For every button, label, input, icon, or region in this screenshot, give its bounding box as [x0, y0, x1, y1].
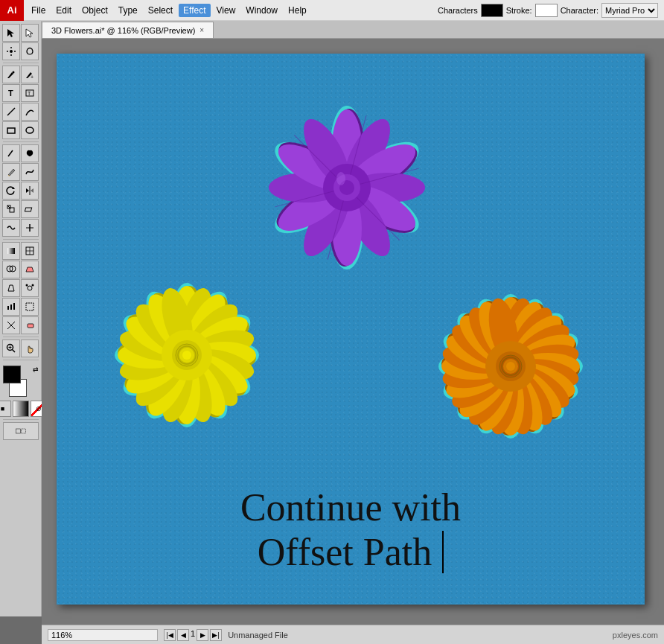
- color-mode-button[interactable]: ■: [0, 401, 11, 417]
- toolbar: + T T: [0, 21, 42, 616]
- tool-row-2: [2, 42, 39, 60]
- reflect-tool[interactable]: [21, 182, 39, 200]
- last-page-button[interactable]: ▶|: [210, 629, 222, 641]
- width-tool[interactable]: [21, 219, 39, 237]
- paintbrush-tool[interactable]: [2, 144, 20, 162]
- svg-marker-18: [31, 188, 33, 193]
- first-page-button[interactable]: |◀: [164, 629, 176, 641]
- menu-object[interactable]: Object: [77, 4, 112, 17]
- svg-point-80: [336, 172, 345, 185]
- artwork-text: Continue with Offset Path: [153, 485, 548, 575]
- pen-tool[interactable]: [2, 66, 20, 83]
- screen-mode-button[interactable]: [3, 422, 39, 440]
- lasso-tool[interactable]: [21, 42, 39, 60]
- line-tool[interactable]: [2, 103, 20, 121]
- svg-marker-17: [26, 188, 29, 193]
- prev-page-button[interactable]: ◀: [177, 629, 189, 641]
- svg-point-32: [26, 284, 28, 287]
- rectangle-tool[interactable]: [2, 121, 20, 139]
- svg-rect-13: [7, 128, 15, 133]
- selection-tool[interactable]: [2, 24, 20, 42]
- live-paint-tool[interactable]: [21, 261, 39, 278]
- tool-row-11: [2, 219, 39, 237]
- purple-flower[interactable]: [258, 98, 436, 277]
- svg-rect-34: [7, 306, 9, 310]
- warp-tool[interactable]: [2, 219, 20, 237]
- menubar-right: Characters Stroke: Character: Myriad Pro: [438, 3, 664, 18]
- divider-6: [3, 419, 39, 420]
- tab-close-button[interactable]: ×: [199, 26, 204, 34]
- menu-file[interactable]: File: [27, 4, 50, 17]
- divider-2: [3, 141, 39, 142]
- menu-view[interactable]: View: [212, 4, 240, 17]
- rotate-tool[interactable]: [2, 182, 20, 200]
- swap-colors-icon[interactable]: ⇄: [33, 366, 39, 373]
- area-type-tool[interactable]: T: [21, 84, 39, 102]
- divider-3: [3, 239, 39, 240]
- add-anchor-tool[interactable]: +: [21, 66, 39, 83]
- direct-selection-tool[interactable]: [21, 24, 39, 42]
- page-navigation: |◀ ◀ 1 ▶ ▶|: [164, 629, 222, 641]
- menu-help[interactable]: Help: [284, 4, 311, 17]
- yellow-flower[interactable]: [101, 270, 272, 441]
- zoom-tool[interactable]: [2, 339, 20, 357]
- pencil-tool[interactable]: [2, 163, 20, 181]
- tool-row-15: [2, 298, 39, 316]
- gradient-tool[interactable]: [2, 242, 20, 260]
- svg-line-40: [13, 350, 16, 353]
- menu-type[interactable]: Type: [114, 4, 142, 17]
- tool-row-8: [2, 163, 39, 181]
- status-bar: |◀ ◀ 1 ▶ ▶| Unmanaged File pxleyes.com: [42, 625, 664, 644]
- canvas-area[interactable]: path: [42, 39, 664, 625]
- tool-row-6: [2, 121, 39, 139]
- blob-brush-tool[interactable]: [21, 144, 39, 162]
- foreground-color-swatch[interactable]: [3, 366, 21, 383]
- slice-tool[interactable]: [2, 316, 20, 334]
- font-selector[interactable]: Myriad Pro: [601, 3, 658, 18]
- tool-row-14: [2, 279, 39, 297]
- ellipse-tool[interactable]: [21, 121, 39, 139]
- bar-graph-tool[interactable]: [2, 298, 20, 316]
- tool-row-16: [2, 316, 39, 334]
- characters-label: Characters: [438, 6, 478, 15]
- tool-row-9: [2, 182, 39, 200]
- smooth-tool[interactable]: [21, 163, 39, 181]
- text-line2: Offset Path: [258, 531, 432, 573]
- scale-tool[interactable]: [2, 200, 20, 218]
- zoom-input[interactable]: [48, 629, 158, 641]
- document-tab[interactable]: 3D Flowers.ai* @ 116% (RGB/Preview) ×: [42, 22, 214, 38]
- fill-color-swatch[interactable]: [481, 4, 503, 17]
- type-tool[interactable]: T: [2, 84, 20, 102]
- arc-tool[interactable]: [21, 103, 39, 121]
- file-status: Unmanaged File: [228, 631, 288, 640]
- tab-label: 3D Flowers.ai* @ 116% (RGB/Preview): [51, 26, 195, 35]
- menu-select[interactable]: Select: [144, 4, 177, 17]
- orange-flower[interactable]: [421, 277, 600, 456]
- tool-row-12: [2, 242, 39, 260]
- artboard-tool[interactable]: [21, 298, 39, 316]
- svg-rect-22: [25, 208, 31, 211]
- tool-row-13: [2, 261, 39, 278]
- next-page-button[interactable]: ▶: [197, 629, 208, 641]
- menu-edit[interactable]: Edit: [51, 4, 76, 17]
- gradient-mode-button[interactable]: [13, 401, 29, 417]
- menu-items: File Edit Object Type Select Effect View…: [24, 4, 314, 17]
- mesh-tool[interactable]: [21, 242, 39, 260]
- stroke-color-swatch[interactable]: [535, 4, 558, 17]
- hand-tool[interactable]: [21, 339, 39, 357]
- svg-rect-36: [13, 303, 15, 310]
- shape-builder-tool[interactable]: [2, 261, 20, 278]
- perspective-tool[interactable]: [2, 279, 20, 297]
- menu-effect[interactable]: Effect: [179, 4, 210, 17]
- magic-wand-tool[interactable]: [2, 42, 20, 60]
- menu-window[interactable]: Window: [241, 4, 282, 17]
- eraser-tool[interactable]: [21, 316, 39, 334]
- watermark-label: pxleyes.com: [613, 631, 658, 640]
- svg-text:T: T: [8, 89, 13, 98]
- app-logo: Ai: [0, 0, 24, 21]
- tool-row-7: [2, 144, 39, 162]
- menu-bar: Ai File Edit Object Type Select Effect V…: [0, 0, 664, 21]
- symbol-sprayer-tool[interactable]: [21, 279, 39, 297]
- tool-row-4: T T: [2, 84, 39, 102]
- shear-tool[interactable]: [21, 200, 39, 218]
